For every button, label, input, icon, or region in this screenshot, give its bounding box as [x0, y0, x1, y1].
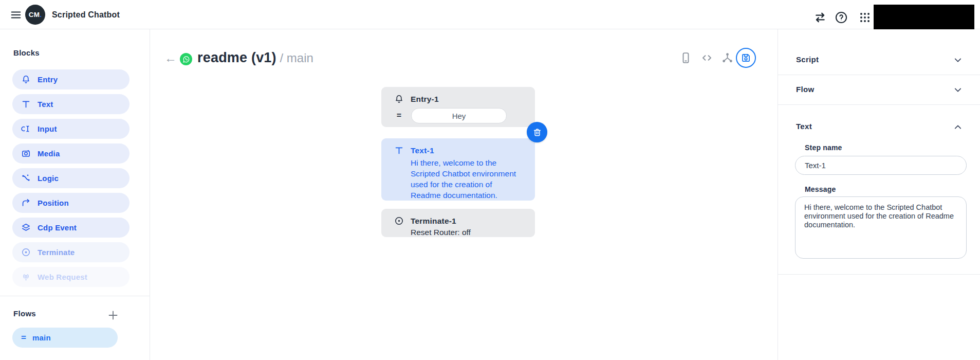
block-item-label: Text	[38, 100, 53, 109]
block-item-cdp-event[interactable]: Cdp Event	[12, 218, 130, 238]
chevron-down-icon	[953, 56, 963, 65]
node-terminate-1[interactable]: Terminate-1 Reset Router: off	[381, 209, 535, 237]
section-header-text[interactable]: Text	[778, 122, 980, 137]
block-item-terminate[interactable]: Terminate	[12, 242, 130, 262]
block-item-label: Web Request	[38, 273, 87, 281]
section-header-script[interactable]: Script	[778, 55, 980, 70]
node-message-text: Hi there, welcome to the Scripted Chatbo…	[381, 155, 535, 201]
message-label: Message	[805, 185, 836, 193]
block-item-label: Terminate	[38, 248, 75, 257]
blocks-section-title: Blocks	[13, 48, 40, 57]
breadcrumb-separator: /	[276, 51, 287, 65]
delete-node-button[interactable]	[527, 122, 547, 142]
bell-icon	[394, 94, 404, 104]
input-cursor-icon	[21, 124, 31, 134]
block-item-position[interactable]: Position	[12, 193, 130, 213]
script-title: readme (v1)	[197, 50, 276, 65]
chevron-down-icon	[953, 85, 963, 95]
layers-icon	[21, 223, 31, 232]
breadcrumb: readme (v1) / main	[197, 50, 313, 66]
section-header-flow[interactable]: Flow	[778, 85, 980, 100]
scripted-chatbot-app: CM. Scripted Chatbot Blocks Entry Text I…	[0, 0, 980, 360]
cm-logo[interactable]: CM.	[25, 5, 45, 25]
apps-grid-icon[interactable]	[858, 11, 872, 24]
block-item-label: Media	[38, 149, 60, 158]
block-item-web-request[interactable]: Web Request	[12, 267, 130, 287]
inspector-divider	[778, 75, 980, 75]
logo-dot: .	[40, 11, 42, 19]
record-icon	[21, 247, 31, 257]
text-icon	[394, 146, 404, 155]
breadcrumb-flow: main	[287, 51, 313, 65]
camera-icon	[21, 149, 31, 158]
node-title: Terminate-1	[411, 217, 456, 226]
block-item-text[interactable]: Text	[12, 94, 130, 114]
logo-text: CM	[29, 11, 40, 19]
block-item-label: Logic	[38, 174, 59, 183]
node-subtitle: Reset Router: off	[381, 226, 535, 237]
code-view-icon[interactable]	[700, 51, 713, 64]
flow-canvas[interactable]: ← readme (v1) / main Entry-1 =	[150, 29, 778, 360]
record-icon	[394, 216, 404, 226]
text-icon	[21, 99, 31, 109]
bell-icon	[21, 75, 31, 84]
step-name-label: Step name	[805, 143, 842, 152]
section-label: Flow	[796, 85, 814, 94]
back-arrow-icon[interactable]: ←	[164, 52, 177, 64]
inspector-panel: Script Flow Text Step name Message	[778, 29, 980, 360]
section-label: Text	[796, 122, 812, 131]
hamburger-menu-icon[interactable]	[10, 9, 22, 20]
branch-icon	[21, 173, 31, 183]
equals-operator: =	[394, 111, 404, 120]
block-item-label: Entry	[38, 75, 58, 84]
app-title: Scripted Chatbot	[52, 10, 120, 20]
block-item-label: Position	[38, 199, 69, 207]
flow-item-main[interactable]: = main	[12, 328, 118, 348]
swap-arrows-icon[interactable]	[813, 11, 827, 24]
blocks-sidebar: Blocks Entry Text Input Media Logic Posi…	[0, 29, 150, 360]
top-bar: CM. Scripted Chatbot	[0, 0, 980, 29]
block-item-input[interactable]: Input	[12, 119, 130, 139]
help-icon[interactable]	[835, 11, 848, 24]
entry-keyword-value: Hey	[452, 112, 466, 120]
whatsapp-channel-icon	[180, 53, 192, 65]
section-label: Script	[796, 55, 819, 64]
broadcast-icon	[21, 272, 31, 282]
block-item-label: Input	[38, 124, 57, 133]
block-item-entry[interactable]: Entry	[12, 69, 130, 89]
entry-keyword-field[interactable]: Hey	[411, 108, 507, 123]
node-text-1[interactable]: Text-1 Hi there, welcome to the Scripted…	[381, 138, 535, 201]
node-title: Text-1	[411, 146, 434, 155]
flows-section-title: Flows	[13, 309, 36, 318]
inspector-divider	[778, 104, 980, 105]
add-flow-button[interactable]	[107, 309, 119, 321]
block-item-logic[interactable]: Logic	[12, 168, 130, 188]
inspector-divider	[778, 274, 980, 275]
sidebar-divider	[0, 296, 150, 296]
mobile-preview-icon[interactable]	[679, 51, 692, 64]
node-title: Entry-1	[411, 95, 439, 104]
flow-item-label: main	[32, 333, 51, 342]
redacted-account-region	[874, 5, 974, 29]
equals-icon: =	[21, 333, 26, 343]
message-textarea[interactable]	[795, 196, 967, 259]
curved-arrow-icon	[21, 198, 31, 208]
block-item-label: Cdp Event	[38, 223, 77, 232]
save-button[interactable]	[736, 48, 756, 68]
chevron-up-icon	[953, 122, 963, 132]
block-item-media[interactable]: Media	[12, 143, 130, 164]
connections-icon[interactable]	[721, 51, 734, 64]
step-name-input[interactable]	[795, 156, 967, 175]
node-entry-1[interactable]: Entry-1 = Hey	[381, 87, 535, 127]
